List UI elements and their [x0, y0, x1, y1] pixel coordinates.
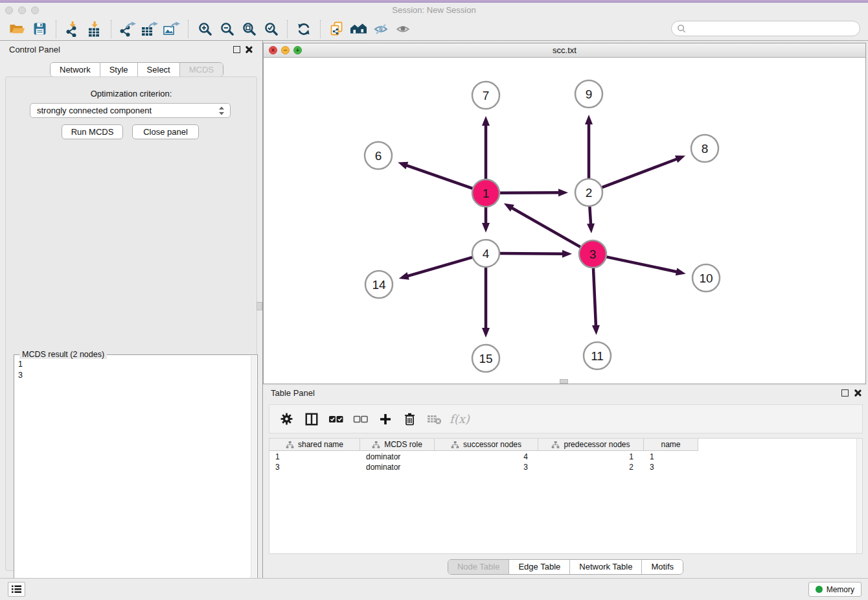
- deselect-all-button[interactable]: [350, 408, 371, 430]
- svg-text:3: 3: [589, 248, 597, 261]
- network-close-icon[interactable]: ×: [269, 46, 277, 54]
- export-image-button[interactable]: [161, 19, 183, 39]
- cell-MCDS-role[interactable]: dominator: [360, 452, 435, 462]
- toolbar-separator: [188, 20, 188, 38]
- cell-shared-name[interactable]: 3: [269, 462, 360, 472]
- table-tabs-row: Node TableEdge TableNetwork TableMotifs: [263, 559, 868, 575]
- maximize-window-icon[interactable]: [31, 6, 39, 14]
- list-icon: [11, 584, 22, 594]
- tab-node-table[interactable]: Node Table: [448, 560, 509, 574]
- graph-node-3[interactable]: 3: [579, 240, 606, 268]
- mcds-result-list: 13: [18, 359, 23, 381]
- result-scrollbar[interactable]: [251, 356, 257, 600]
- cell-successor-nodes[interactable]: 4: [435, 452, 538, 462]
- window-controls[interactable]: [5, 6, 39, 14]
- graph-node-8[interactable]: 8: [691, 135, 718, 162]
- graph-node-9[interactable]: 9: [575, 80, 602, 108]
- open-session-button[interactable]: [6, 19, 29, 39]
- first-neighbors-button[interactable]: [348, 19, 370, 39]
- cell-shared-name[interactable]: 1: [269, 452, 360, 462]
- column-header-shared-name[interactable]: shared name: [269, 439, 360, 451]
- graph-node-11[interactable]: 11: [584, 342, 611, 369]
- tab-style[interactable]: Style: [100, 63, 137, 76]
- zoom-selected-button[interactable]: [260, 19, 282, 39]
- tab-edge-table[interactable]: Edge Table: [508, 560, 569, 574]
- import-table-button[interactable]: [84, 19, 106, 39]
- column-header-successor-nodes[interactable]: successor nodes: [435, 439, 538, 451]
- table-row[interactable]: 1dominator411: [269, 452, 698, 462]
- cell-successor-nodes[interactable]: 3: [435, 462, 538, 472]
- cell-name[interactable]: 1: [644, 452, 698, 462]
- graph-node-4[interactable]: 4: [472, 240, 499, 267]
- column-header-MCDS-role[interactable]: MCDS role: [360, 439, 435, 451]
- tab-network[interactable]: Network: [51, 63, 100, 76]
- tab-motifs[interactable]: Motifs: [641, 560, 683, 574]
- close-panel-icon[interactable]: [244, 45, 253, 54]
- close-window-icon[interactable]: [5, 6, 13, 14]
- graph-node-14[interactable]: 14: [365, 271, 393, 298]
- minimize-window-icon[interactable]: [18, 6, 26, 14]
- gear-button[interactable]: [276, 408, 297, 430]
- network-maximize-icon[interactable]: +: [293, 46, 302, 54]
- network-title: scc.txt: [264, 43, 865, 57]
- tab-mcds[interactable]: MCDS: [179, 63, 223, 76]
- new-network-from-selection-button[interactable]: [326, 19, 348, 39]
- column-label: shared name: [298, 440, 343, 449]
- column-header-predecessor-nodes[interactable]: predecessor nodes: [538, 439, 644, 451]
- cell-MCDS-role[interactable]: dominator: [360, 462, 435, 472]
- svg-text:9: 9: [586, 87, 593, 101]
- columns-button[interactable]: [301, 408, 322, 430]
- table-panel-title: Table Panel: [271, 388, 315, 398]
- table-row[interactable]: 3dominator323: [269, 462, 698, 472]
- hide-selected-button[interactable]: [370, 19, 392, 39]
- refresh-view-button[interactable]: [293, 19, 315, 39]
- network-minimize-icon[interactable]: –: [281, 46, 290, 54]
- show-all-button[interactable]: [392, 19, 414, 39]
- table-float-panel-icon[interactable]: [841, 389, 849, 397]
- save-session-button[interactable]: [29, 19, 51, 39]
- network-canvas[interactable]: 7968124314101511: [264, 58, 865, 384]
- zoom-out-button[interactable]: [216, 19, 238, 39]
- network-window-titlebar[interactable]: × – + scc.txt: [264, 43, 865, 58]
- plus-button[interactable]: [374, 408, 396, 430]
- graph-node-15[interactable]: 15: [472, 345, 499, 372]
- graph-node-7[interactable]: 7: [472, 82, 499, 109]
- graph-node-2[interactable]: 2: [575, 179, 602, 206]
- cell-predecessor-nodes[interactable]: 2: [538, 462, 644, 472]
- search-box[interactable]: [671, 21, 860, 36]
- column-header-name[interactable]: name: [644, 439, 698, 451]
- export-network-button[interactable]: [117, 19, 139, 39]
- task-history-button[interactable]: [8, 582, 25, 597]
- graph-node-6[interactable]: 6: [365, 142, 392, 169]
- cell-predecessor-nodes[interactable]: 1: [538, 452, 644, 462]
- memory-button[interactable]: Memory: [808, 582, 862, 597]
- table-toolbar: f(x): [269, 404, 863, 433]
- table-scrollbar[interactable]: [856, 439, 862, 553]
- zoom-in-button[interactable]: [194, 19, 216, 39]
- svg-text:10: 10: [699, 271, 713, 285]
- app-titlebar[interactable]: Session: New Session: [0, 3, 868, 17]
- zoom-fit-button[interactable]: [238, 19, 260, 39]
- float-panel-icon[interactable]: [233, 46, 240, 53]
- select-all-icon: [328, 415, 343, 424]
- table-close-panel-icon[interactable]: [853, 389, 862, 397]
- tab-network-table[interactable]: Network Table: [569, 560, 641, 574]
- app-title: Session: New Session: [0, 3, 868, 17]
- vertical-splitter-handle[interactable]: [257, 302, 262, 310]
- export-table-button[interactable]: [139, 19, 161, 39]
- import-network-button[interactable]: [62, 19, 84, 39]
- network-graph[interactable]: 7968124314101511: [264, 58, 865, 384]
- cell-name[interactable]: 3: [644, 462, 698, 472]
- search-input[interactable]: [687, 22, 860, 35]
- trash-button[interactable]: [399, 408, 420, 430]
- select-all-button[interactable]: [325, 408, 347, 430]
- close-panel-button[interactable]: Close panel: [132, 124, 199, 139]
- graph-node-10[interactable]: 10: [692, 264, 720, 292]
- graph-node-1[interactable]: 1: [472, 179, 499, 207]
- horizontal-splitter-handle[interactable]: [560, 379, 568, 384]
- tab-select[interactable]: Select: [137, 63, 179, 76]
- node-table[interactable]: shared nameMCDS rolesuccessor nodesprede…: [269, 438, 863, 554]
- tree-icon: [451, 441, 459, 449]
- optimization-criterion-select[interactable]: strongly connected component: [30, 103, 231, 118]
- run-mcds-button[interactable]: Run MCDS: [62, 124, 123, 139]
